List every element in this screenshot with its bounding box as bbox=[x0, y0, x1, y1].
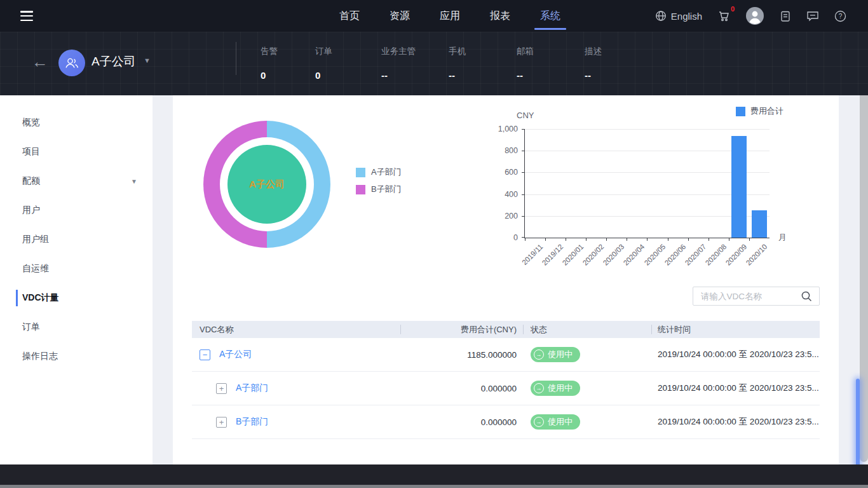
vdc-title: A子公司 bbox=[92, 53, 136, 70]
legend-swatch bbox=[736, 107, 745, 116]
fee-value: 0.000000 bbox=[400, 417, 523, 427]
chevron-down-icon: ▼ bbox=[131, 178, 137, 185]
arrow-right-icon: → bbox=[534, 383, 544, 393]
bar-2020/10 bbox=[752, 210, 767, 238]
stat-phone: 手机 -- bbox=[449, 46, 466, 81]
x-tick-label: 2020/03 bbox=[602, 243, 626, 267]
cart-icon bbox=[717, 10, 730, 22]
legend-item-dept-b[interactable]: B子部门 bbox=[356, 184, 402, 195]
legend-item-dept-a[interactable]: A子部门 bbox=[356, 166, 402, 178]
vdc-avatar bbox=[58, 50, 85, 76]
x-tick-label: 2020/07 bbox=[683, 243, 707, 267]
sidebar-item-vdc-metering[interactable]: VDC计量 bbox=[0, 283, 153, 313]
x-tick-label: 2020/02 bbox=[581, 243, 606, 267]
table-row: − A子公司 1185.000000 → 使用中 2019/10/24 00:0… bbox=[192, 338, 820, 372]
sidebar-item-quota[interactable]: 配额 ▼ bbox=[0, 166, 153, 196]
x-axis-unit-label: 月 bbox=[778, 232, 787, 243]
x-tick-label: 2020/05 bbox=[642, 243, 667, 267]
y-tick-label: 800 bbox=[505, 146, 518, 155]
stat-time: 2019/10/24 00:00:00 至 2020/10/23 23:5... bbox=[651, 349, 820, 360]
x-tick-label: 2020/06 bbox=[663, 243, 687, 267]
scrollbar-track[interactable] bbox=[860, 95, 868, 462]
sidebar-item-self-ops[interactable]: 自运维 bbox=[0, 254, 153, 283]
scrollbar-thumb[interactable] bbox=[856, 379, 860, 478]
divider bbox=[236, 42, 236, 75]
vdc-metering-panel: A子公司 A子部门 B子部门 CNY 费用合计 02004006008001,0… bbox=[173, 95, 839, 464]
footer-bar bbox=[0, 464, 868, 485]
language-label: English bbox=[671, 11, 702, 22]
x-tick-label: 2020/08 bbox=[703, 243, 728, 267]
vdc-name-link[interactable]: A子公司 bbox=[219, 349, 252, 360]
col-header-fee: 费用合计(CNY) bbox=[400, 321, 523, 338]
y-tick-label: 400 bbox=[505, 190, 518, 199]
vdc-name-link[interactable]: A子部门 bbox=[236, 383, 268, 394]
sidebar-item-users[interactable]: 用户 bbox=[0, 196, 153, 225]
search-icon[interactable] bbox=[801, 290, 813, 302]
nav-item-resources[interactable]: 资源 bbox=[386, 0, 413, 32]
sidebar-item-projects[interactable]: 项目 bbox=[0, 137, 153, 166]
expand-row-button[interactable]: + bbox=[216, 383, 227, 394]
y-tick-label: 1,000 bbox=[498, 125, 518, 133]
tasks-button[interactable] bbox=[780, 10, 791, 22]
stat-alarms: 告警 0 bbox=[261, 46, 278, 81]
status-badge: → 使用中 bbox=[531, 381, 580, 396]
x-tick-label: 2020/01 bbox=[561, 243, 585, 267]
y-tick-label: 0 bbox=[513, 233, 518, 242]
sidebar-item-user-groups[interactable]: 用户组 bbox=[0, 225, 153, 254]
x-tick-label: 2019/12 bbox=[541, 243, 565, 267]
expand-row-button[interactable]: + bbox=[216, 417, 227, 428]
arrow-right-icon: → bbox=[534, 417, 544, 427]
fee-donut-chart: A子公司 bbox=[203, 121, 330, 248]
sidebar-item-orders[interactable]: 订单 bbox=[0, 313, 153, 342]
bar-plot: 02004006008001,0002019/112019/122020/012… bbox=[524, 129, 770, 238]
feedback-button[interactable] bbox=[806, 10, 819, 22]
nav-item-apps[interactable]: 应用 bbox=[437, 0, 463, 32]
vdc-name-link[interactable]: B子部门 bbox=[236, 416, 268, 428]
donut-center-label: A子公司 bbox=[227, 145, 306, 224]
stat-email: 邮箱 -- bbox=[517, 46, 534, 81]
language-switcher[interactable]: English bbox=[655, 10, 702, 22]
legend-swatch bbox=[356, 168, 365, 177]
nav-item-system[interactable]: 系统 bbox=[537, 0, 564, 32]
vdc-search bbox=[693, 287, 820, 306]
vdc-switch-caret-icon[interactable]: ▼ bbox=[144, 57, 151, 64]
x-tick-label: 2019/11 bbox=[520, 243, 544, 266]
hamburger-menu-icon[interactable] bbox=[20, 11, 33, 21]
y-tick-label: 600 bbox=[505, 168, 518, 177]
app-screen: 首页 资源 应用 报表 系统 English 0 bbox=[0, 0, 868, 488]
cart-badge: 0 bbox=[731, 5, 735, 13]
y-axis-unit-label: CNY bbox=[517, 111, 534, 120]
back-button[interactable]: ← bbox=[32, 53, 48, 70]
stat-time: 2019/10/24 00:00:00 至 2020/10/23 23:5... bbox=[651, 383, 820, 394]
arrow-right-icon: → bbox=[534, 349, 544, 360]
stat-business-owner: 业务主管 -- bbox=[381, 46, 416, 81]
chat-icon bbox=[806, 10, 819, 22]
bar-2020/09 bbox=[731, 136, 747, 238]
x-tick-label: 2020/04 bbox=[622, 243, 646, 267]
help-button[interactable]: ? bbox=[834, 10, 846, 22]
collapse-row-button[interactable]: − bbox=[200, 349, 210, 360]
donut-legend: A子部门 B子部门 bbox=[356, 166, 402, 201]
group-icon bbox=[64, 56, 79, 70]
user-avatar-button[interactable] bbox=[745, 6, 764, 25]
fee-value: 0.000000 bbox=[400, 384, 523, 393]
nav-item-reports[interactable]: 报表 bbox=[487, 0, 513, 32]
y-tick-label: 200 bbox=[505, 212, 518, 220]
bar-chart-legend[interactable]: 费用合计 bbox=[736, 105, 783, 117]
clipboard-icon bbox=[780, 10, 791, 22]
avatar-icon bbox=[745, 6, 764, 25]
nav-item-home[interactable]: 首页 bbox=[336, 0, 363, 32]
table-row: + B子部门 0.000000 → 使用中 2019/10/24 00:00:0… bbox=[192, 405, 820, 439]
globe-icon bbox=[655, 10, 667, 22]
legend-swatch bbox=[356, 185, 365, 194]
navbar-right-actions: English 0 bbox=[655, 0, 846, 32]
stat-description: 描述 -- bbox=[585, 46, 602, 81]
table-row: + A子部门 0.000000 → 使用中 2019/10/24 00:00:0… bbox=[192, 372, 820, 405]
horizontal-scrollbar[interactable] bbox=[0, 485, 868, 488]
vdc-header: ← A子公司 ▼ 告警 0 订单 0 业务主管 -- 手机 -- bbox=[0, 32, 868, 95]
cart-button[interactable]: 0 bbox=[717, 10, 730, 22]
sidebar: 概览 项目 配额 ▼ 用户 用户组 自运维 VDC计量 订单 操作日志 bbox=[0, 95, 153, 464]
sidebar-item-overview[interactable]: 概览 bbox=[0, 108, 153, 137]
sidebar-item-operation-logs[interactable]: 操作日志 bbox=[0, 342, 153, 371]
status-badge: → 使用中 bbox=[531, 414, 580, 430]
